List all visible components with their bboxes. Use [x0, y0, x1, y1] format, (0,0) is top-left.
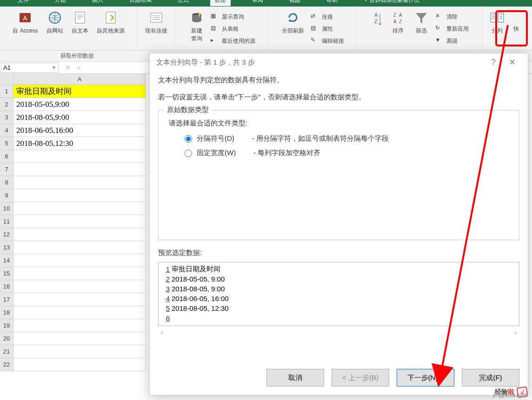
properties-button[interactable]: ▤属性 — [311, 23, 344, 34]
name-box-dropdown-icon[interactable]: ▼ — [52, 65, 56, 70]
row-header[interactable]: 15 — [0, 267, 13, 280]
from-table-button[interactable]: ▤从表格 — [211, 23, 255, 34]
cell[interactable] — [13, 267, 146, 280]
radio-delimited[interactable] — [185, 135, 192, 143]
text-to-columns-wizard-dialog: 文本分列向导 - 第 1 步，共 3 步 ? ✕ 文本分列向导判定您的数据具有分… — [149, 53, 528, 395]
cell[interactable] — [13, 319, 146, 332]
row-header[interactable]: 2 — [0, 98, 13, 111]
cell[interactable] — [13, 215, 146, 228]
cell[interactable] — [13, 254, 146, 267]
cell[interactable] — [13, 176, 146, 189]
row-header[interactable]: 6 — [0, 150, 13, 163]
row-header[interactable]: 13 — [0, 241, 13, 254]
svg-text:Z: Z — [399, 19, 402, 24]
from-other-button[interactable]: 自其他来源 — [95, 8, 126, 50]
column-header-A[interactable]: A — [13, 74, 146, 85]
search-hint[interactable]: ♀ 告诉我你想要做什么 — [359, 0, 424, 6]
cell[interactable]: 审批日期及时间 — [13, 85, 146, 98]
cell[interactable] — [13, 202, 146, 215]
connections-button[interactable]: ⇄连接 — [311, 11, 344, 22]
row-header[interactable]: 22 — [0, 358, 13, 371]
cell[interactable] — [13, 293, 146, 306]
row-header[interactable]: 9 — [0, 189, 13, 202]
scroll-left-icon[interactable]: ‹ — [161, 329, 163, 336]
dialog-close-button[interactable]: ✕ — [503, 57, 521, 67]
back-button[interactable]: < 上一步(B) — [332, 369, 389, 387]
from-access-button[interactable]: A 自 Access — [11, 8, 40, 50]
svg-rect-3 — [75, 12, 85, 23]
radio-fixed-width[interactable] — [185, 150, 192, 157]
svg-text:A: A — [374, 12, 378, 18]
row-header[interactable]: 17 — [0, 293, 13, 306]
tab-review[interactable]: 审阅 — [247, 0, 268, 6]
cell[interactable]: 2018-08-05,9:00 — [13, 111, 146, 124]
row-header[interactable]: 10 — [0, 202, 13, 215]
cell[interactable] — [13, 163, 146, 176]
cell[interactable] — [13, 241, 146, 254]
cell[interactable]: 2018-08-05,12:30 — [13, 137, 146, 150]
cancel-button[interactable]: 取消 — [266, 369, 324, 387]
existing-connections-button[interactable]: 现有连接 — [143, 8, 169, 50]
tab-data[interactable]: 数据 — [210, 0, 231, 6]
row-header[interactable]: 11 — [0, 215, 13, 228]
row-header[interactable]: 1 — [0, 85, 13, 98]
cell[interactable] — [13, 306, 146, 319]
cell[interactable] — [13, 332, 146, 345]
row-header[interactable]: 21 — [0, 345, 13, 358]
sort-icon: ZAAZ — [391, 10, 406, 25]
scroll-right-icon[interactable]: › — [514, 329, 517, 336]
svg-text:Z: Z — [393, 13, 396, 18]
row-header[interactable]: 16 — [0, 280, 13, 293]
finish-button[interactable]: 完成(F) — [462, 369, 519, 387]
cell[interactable] — [13, 280, 146, 293]
flash-fill-button[interactable]: 快 — [512, 7, 521, 50]
show-queries-button[interactable]: ▦显示查询 — [211, 11, 255, 22]
confirm-edit-icon[interactable]: ✓ — [77, 64, 82, 71]
reapply-button[interactable]: ↻重新应用 — [435, 23, 469, 34]
row-header[interactable]: 3 — [0, 111, 13, 124]
tab-help[interactable]: 帮助 — [322, 0, 342, 6]
cell[interactable] — [13, 358, 146, 371]
svg-text:A: A — [399, 13, 402, 18]
recent-sources-button[interactable]: ▸最近使用的源 — [211, 35, 255, 46]
next-button[interactable]: 下一步(N) > — [397, 369, 454, 387]
tab-file[interactable]: 文件 — [13, 0, 33, 6]
cell[interactable] — [13, 189, 146, 202]
text-to-columns-button[interactable]: 分列 — [488, 8, 506, 50]
new-query-button[interactable]: 新建 查询 — [187, 8, 206, 50]
filter-button[interactable]: 筛选 — [412, 8, 431, 50]
row-header[interactable]: 14 — [0, 254, 13, 267]
tab-formula[interactable]: 公式 — [173, 0, 193, 6]
dialog-info-2: 若一切设置无误，请单击"下一步"，否则请选择最合适的数据类型。 — [158, 93, 519, 102]
refresh-all-button[interactable]: 全部刷新 — [280, 8, 306, 50]
row-header[interactable]: 12 — [0, 228, 13, 241]
edit-links-button[interactable]: ✎编辑链接 — [311, 35, 344, 46]
tab-start[interactable]: 开始 — [50, 0, 71, 6]
tab-layout[interactable]: 页面布局 — [125, 0, 156, 6]
row-header[interactable]: 8 — [0, 176, 13, 189]
row-header[interactable]: 19 — [0, 319, 13, 332]
from-web-button[interactable]: 自网站 — [45, 8, 65, 50]
tab-view[interactable]: 视图 — [285, 0, 305, 6]
row-header[interactable]: 4 — [0, 124, 13, 137]
row-header[interactable]: 18 — [0, 306, 13, 319]
dialog-help-button[interactable]: ? — [484, 58, 503, 67]
sort-button[interactable]: ZAAZ 排序 — [389, 8, 407, 50]
cell[interactable]: 2018-06-05,16:00 — [13, 124, 146, 137]
select-all-corner[interactable] — [0, 74, 13, 85]
name-box[interactable]: A1▼ — [1, 63, 59, 73]
clear-filter-button[interactable]: ✕清除 — [435, 11, 469, 22]
row-header[interactable]: 5 — [0, 137, 13, 150]
tab-insert[interactable]: 插入 — [87, 0, 108, 6]
from-text-button[interactable]: 自文本 — [70, 8, 90, 50]
cancel-edit-icon[interactable]: ✕ — [65, 64, 70, 71]
sort-az-button[interactable]: AZ — [370, 8, 384, 50]
cell[interactable] — [13, 150, 146, 163]
advanced-filter-button[interactable]: ▼高级 — [435, 35, 469, 46]
row-header[interactable]: 7 — [0, 163, 13, 176]
row-header[interactable]: 20 — [0, 332, 13, 345]
cell[interactable]: 2018-05-05,9:00 — [13, 98, 146, 111]
cell[interactable] — [13, 228, 146, 241]
preview-box[interactable]: 1审批日期及时间22018-05-05, 9:0032018-08-05, 9:… — [158, 262, 519, 326]
cell[interactable] — [13, 345, 146, 358]
